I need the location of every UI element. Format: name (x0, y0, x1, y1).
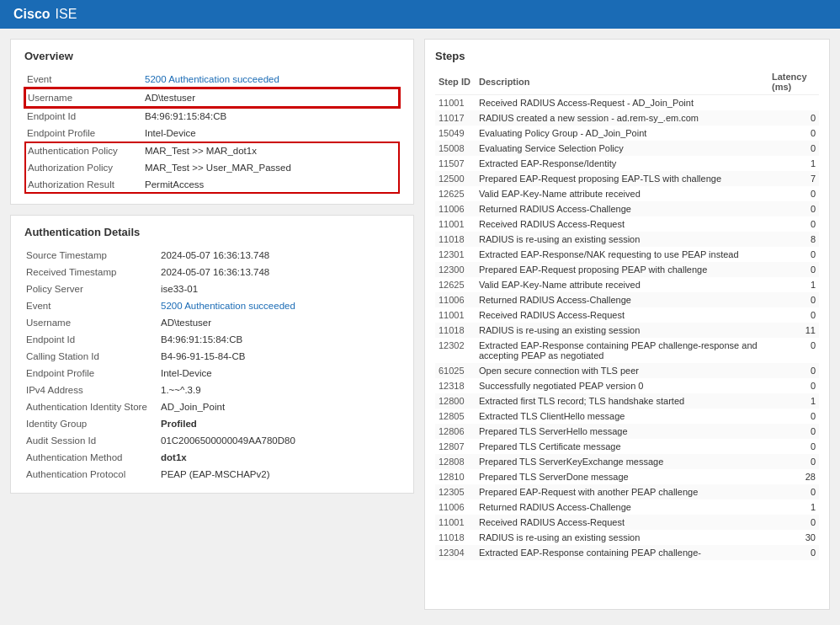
overview-row: Event5200 Authentication succeeded (25, 71, 399, 88)
step-id: 11018 (435, 232, 476, 247)
steps-row: 11001Received RADIUS Access-Request0 (435, 307, 819, 323)
step-id: 11006 (435, 201, 476, 216)
auth-detail-value: Intel-Device (159, 365, 400, 382)
step-description: Prepared TLS ServerHello message (476, 424, 768, 439)
overview-row: UsernameAD\testuser (25, 88, 399, 107)
overview-value: PermitAccess (143, 176, 399, 193)
step-id: 12300 (435, 262, 476, 277)
step-id: 12304 (435, 545, 476, 560)
step-description: Returned RADIUS Access-Challenge (476, 201, 768, 216)
auth-detail-label: Endpoint Id (24, 331, 159, 348)
step-id: 12808 (435, 454, 476, 469)
auth-detail-label: IPv4 Address (24, 382, 159, 398)
step-latency: 0 (768, 141, 819, 156)
step-latency (768, 95, 819, 111)
step-id: 12500 (435, 171, 476, 186)
step-latency: 0 (768, 439, 819, 454)
steps-header-row: Step IDDescriptionLatency (ms) (435, 69, 819, 95)
auth-detail-row: Identity GroupProfiled (24, 415, 400, 432)
auth-detail-label: Event (24, 297, 159, 314)
auth-detail-label: Authentication Method (24, 449, 159, 466)
auth-detail-row: UsernameAD\testuser (24, 314, 400, 331)
step-latency: 0 (768, 126, 819, 141)
step-id: 12806 (435, 424, 476, 439)
step-description: Evaluating Policy Group - AD_Join_Point (476, 126, 768, 141)
auth-detail-label: Calling Station Id (24, 348, 159, 365)
step-description: RADIUS is re-using an existing session (476, 232, 768, 247)
steps-row: 12800Extracted first TLS record; TLS han… (435, 393, 819, 409)
step-description: Prepared EAP-Request proposing EAP-TLS w… (476, 171, 768, 186)
step-id: 12625 (435, 186, 476, 201)
steps-row: 12808Prepared TLS ServerKeyExchange mess… (435, 454, 819, 469)
step-latency: 0 (768, 378, 819, 393)
steps-row: 12625Valid EAP-Key-Name attribute receiv… (435, 186, 819, 201)
step-description: Extracted EAP-Response containing PEAP c… (476, 545, 768, 560)
step-description: Evaluating Service Selection Policy (476, 141, 768, 156)
step-id: 12625 (435, 277, 476, 292)
step-description: Prepared TLS ServerDone message (476, 469, 768, 484)
auth-detail-label: Username (24, 314, 159, 331)
auth-detail-value: B4:96:91:15:84:CB (159, 331, 400, 348)
step-description: Extracted TLS ClientHello message (476, 409, 768, 424)
auth-detail-value: Profiled (159, 415, 400, 432)
steps-row: 11006Returned RADIUS Access-Challenge0 (435, 201, 819, 216)
step-id: 11507 (435, 156, 476, 171)
step-latency: 1 (768, 156, 819, 171)
steps-column-header: Step ID (435, 69, 476, 95)
step-latency: 11 (768, 323, 819, 338)
auth-details-title: Authentication Details (24, 226, 400, 238)
steps-row: 12300Prepared EAP-Request proposing PEAP… (435, 262, 819, 277)
app-brand-cisco: Cisco (13, 7, 51, 22)
step-latency: 0 (768, 201, 819, 216)
overview-card: Overview Event5200 Authentication succee… (10, 39, 414, 205)
step-latency: 0 (768, 307, 819, 323)
step-latency: 0 (768, 186, 819, 201)
auth-detail-row: Endpoint ProfileIntel-Device (24, 365, 400, 382)
overview-value: MAR_Test >> MAR_dot1x (143, 142, 399, 159)
overview-label: Authorization Policy (25, 159, 143, 176)
overview-row: Endpoint IdB4:96:91:15:84:CB (25, 107, 399, 125)
step-latency: 0 (768, 247, 819, 262)
auth-detail-label: Endpoint Profile (24, 365, 159, 382)
steps-row: 12302Extracted EAP-Response containing P… (435, 338, 819, 363)
steps-row: 12318Successfully negotiated PEAP versio… (435, 378, 819, 393)
main-content: Overview Event5200 Authentication succee… (0, 29, 840, 620)
app-header: Cisco ISE (0, 0, 840, 29)
auth-detail-row: Authentication Methoddot1x (24, 449, 400, 466)
overview-value: AD\testuser (143, 88, 399, 107)
step-latency: 0 (768, 292, 819, 307)
step-latency: 7 (768, 171, 819, 186)
step-id: 12805 (435, 409, 476, 424)
steps-row: 12805Extracted TLS ClientHello message0 (435, 409, 819, 424)
step-description: Received RADIUS Access-Request - AD_Join… (476, 95, 768, 111)
step-id: 11001 (435, 95, 476, 111)
step-description: Prepared TLS Certificate message (476, 439, 768, 454)
step-latency: 8 (768, 232, 819, 247)
step-id: 15049 (435, 126, 476, 141)
step-description: Valid EAP-Key-Name attribute received (476, 186, 768, 201)
overview-label: Authentication Policy (25, 142, 143, 159)
auth-detail-label: Audit Session Id (24, 432, 159, 449)
steps-row: 12810Prepared TLS ServerDone message28 (435, 469, 819, 484)
step-description: Extracted first TLS record; TLS handshak… (476, 393, 768, 409)
step-description: Open secure connection with TLS peer (476, 363, 768, 378)
steps-row: 15049Evaluating Policy Group - AD_Join_P… (435, 126, 819, 141)
step-latency: 0 (768, 409, 819, 424)
overview-label: Event (25, 71, 143, 88)
steps-row: 11001Received RADIUS Access-Request0 (435, 515, 819, 530)
app-brand-ise: ISE (56, 7, 77, 22)
step-description: Successfully negotiated PEAP version 0 (476, 378, 768, 393)
steps-row: 11018RADIUS is re-using an existing sess… (435, 232, 819, 247)
steps-row: 11017RADIUS created a new session - ad.r… (435, 110, 819, 126)
auth-detail-value: 2024-05-07 16:36:13.748 (159, 264, 400, 280)
auth-detail-label: Policy Server (24, 280, 159, 297)
auth-detail-value: AD\testuser (159, 314, 400, 331)
step-description: Prepared EAP-Request with another PEAP c… (476, 484, 768, 499)
step-id: 12800 (435, 393, 476, 409)
auth-detail-label: Identity Group (24, 415, 159, 432)
auth-detail-value: PEAP (EAP-MSCHAPv2) (159, 466, 400, 483)
auth-detail-label: Received Timestamp (24, 264, 159, 280)
step-description: Prepared EAP-Request proposing PEAP with… (476, 262, 768, 277)
overview-value: B4:96:91:15:84:CB (143, 107, 399, 125)
step-latency: 1 (768, 393, 819, 409)
